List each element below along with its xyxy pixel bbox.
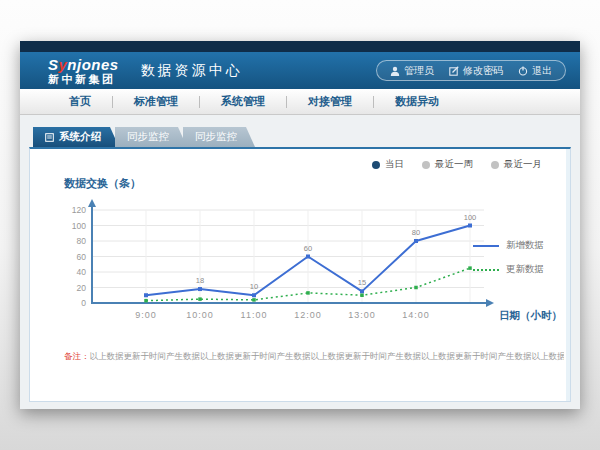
- svg-text:9:00: 9:00: [135, 310, 157, 320]
- svg-text:60: 60: [77, 252, 87, 262]
- svg-text:10: 10: [250, 282, 258, 291]
- tab-label: 同步监控: [195, 130, 237, 144]
- svg-text:80: 80: [77, 236, 87, 246]
- tab-sync-monitor-2[interactable]: 同步监控: [183, 127, 255, 147]
- tab-system-intro[interactable]: 系统介绍: [33, 127, 119, 147]
- user-menu-logout[interactable]: 退出: [518, 64, 552, 78]
- radio-selected-icon: [372, 161, 380, 169]
- app-window: Synjones 新中新集团 数据资源中心 管理员 修改密码 退出 首页 标准管…: [20, 41, 580, 409]
- power-icon: [518, 66, 528, 76]
- svg-text:10:00: 10:00: [186, 310, 214, 320]
- user-menu-label: 管理员: [404, 64, 434, 78]
- legend-label: 新增数据: [506, 239, 544, 252]
- solid-line-icon: [473, 245, 499, 247]
- chart-panel: 当日 最近一周 最近一月 数据交换（条） 0204060801001209:00…: [29, 147, 571, 402]
- range-filter-group: 当日 最近一周 最近一月: [372, 158, 542, 171]
- svg-text:60: 60: [304, 244, 312, 253]
- tab-bar: 系统介绍 同步监控 同步监控: [33, 127, 571, 147]
- filter-today[interactable]: 当日: [372, 158, 404, 171]
- app-header: Synjones 新中新集团 数据资源中心 管理员 修改密码 退出: [20, 52, 580, 89]
- user-menu: 管理员 修改密码 退出: [376, 60, 566, 81]
- logo-text: Synjones: [48, 57, 119, 72]
- svg-text:12:00: 12:00: [294, 310, 322, 320]
- user-menu-label: 退出: [532, 64, 552, 78]
- tab-sync-monitor-1[interactable]: 同步监控: [115, 127, 187, 147]
- svg-text:100: 100: [72, 221, 86, 231]
- nav-item-system-mgmt[interactable]: 系统管理: [200, 94, 286, 109]
- main-nav: 首页 标准管理 系统管理 对接管理 数据异动: [20, 89, 580, 115]
- chart-legend: 新增数据 更新数据: [473, 239, 544, 276]
- tab-label: 系统介绍: [59, 130, 101, 144]
- logo-subtext: 新中新集团: [48, 74, 119, 85]
- legend-item-new-data[interactable]: 新增数据: [473, 239, 544, 252]
- svg-text:40: 40: [77, 267, 87, 277]
- svg-text:0: 0: [81, 298, 86, 308]
- svg-text:18: 18: [196, 276, 204, 285]
- svg-text:80: 80: [412, 228, 420, 237]
- legend-item-updated-data[interactable]: 更新数据: [473, 263, 544, 276]
- filter-last-week[interactable]: 最近一周: [422, 158, 473, 171]
- content-area: 系统介绍 同步监控 同步监控 当日 最近一周: [20, 115, 580, 402]
- user-menu-change-password[interactable]: 修改密码: [449, 64, 503, 78]
- user-icon: [390, 66, 400, 76]
- tab-label: 同步监控: [127, 130, 169, 144]
- y-axis-title: 数据交换（条）: [64, 176, 141, 191]
- nav-item-home[interactable]: 首页: [48, 94, 112, 109]
- filter-label: 最近一周: [435, 158, 473, 171]
- user-menu-label: 修改密码: [463, 64, 503, 78]
- svg-text:11:00: 11:00: [241, 310, 268, 320]
- user-menu-admin[interactable]: 管理员: [390, 64, 434, 78]
- svg-text:日期（小时）: 日期（小时）: [499, 309, 562, 322]
- svg-text:100: 100: [464, 213, 477, 222]
- nav-item-standard-mgmt[interactable]: 标准管理: [113, 94, 199, 109]
- footnote-text: 以上数据更新于时间产生数据以上数据更新于时间产生数据以上数据更新于时间产生数据以…: [90, 351, 565, 361]
- edit-icon: [449, 66, 459, 76]
- logo[interactable]: Synjones 新中新集团: [48, 57, 119, 85]
- window-top-strip: [20, 41, 580, 52]
- footnote: 备注：以上数据更新于时间产生数据以上数据更新于时间产生数据以上数据更新于时间产生…: [64, 351, 564, 363]
- nav-item-data-change[interactable]: 数据异动: [374, 94, 460, 109]
- dotted-line-icon: [473, 269, 499, 271]
- filter-last-month[interactable]: 最近一月: [491, 158, 542, 171]
- filter-label: 最近一月: [504, 158, 542, 171]
- svg-text:120: 120: [72, 205, 86, 215]
- filter-label: 当日: [385, 158, 404, 171]
- radio-icon: [422, 161, 430, 169]
- svg-text:14:00: 14:00: [402, 310, 430, 320]
- svg-text:15: 15: [358, 278, 366, 287]
- page-title: 数据资源中心: [141, 62, 243, 80]
- footnote-label: 备注：: [64, 351, 90, 361]
- svg-text:13:00: 13:00: [348, 310, 376, 320]
- legend-label: 更新数据: [506, 263, 544, 276]
- nav-item-interface-mgmt[interactable]: 对接管理: [287, 94, 373, 109]
- svg-text:20: 20: [77, 283, 87, 293]
- radio-icon: [491, 161, 499, 169]
- document-icon: [45, 133, 54, 142]
